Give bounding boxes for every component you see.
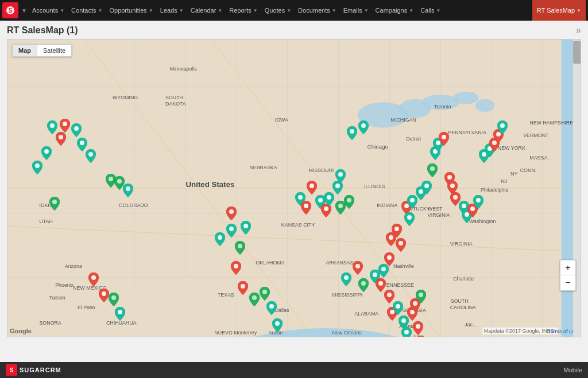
map-zoom-controls: + − <box>560 260 576 291</box>
chevron-right-icon: » <box>576 25 581 36</box>
sugarcrm-logo: S SUGARCRM <box>6 364 61 376</box>
leads-arrow: ▼ <box>179 8 184 13</box>
map-pin[interactable] <box>413 321 423 335</box>
map-pin[interactable] <box>238 281 248 295</box>
svg-text:DAKOTA: DAKOTA <box>165 101 186 107</box>
zoom-in-button[interactable]: + <box>560 260 575 275</box>
map-pin[interactable] <box>439 132 449 146</box>
map-pin[interactable] <box>60 119 70 133</box>
map-pin[interactable] <box>341 272 351 286</box>
map-pin[interactable] <box>427 163 438 177</box>
nav-campaigns[interactable]: Campaigns ▼ <box>372 0 417 21</box>
map-pin[interactable] <box>123 184 133 197</box>
page-title-row: RT SalesMap (1) » <box>7 25 581 36</box>
nav-contacts[interactable]: Contacts ▼ <box>68 0 106 21</box>
nav-calendar[interactable]: Calendar ▼ <box>187 0 226 21</box>
nav-calls[interactable]: Calls ▼ <box>417 0 444 21</box>
map-pin[interactable] <box>272 318 283 332</box>
map-pin[interactable] <box>88 272 99 286</box>
map-pin[interactable] <box>401 327 412 337</box>
map-pin[interactable] <box>115 307 125 321</box>
svg-text:SONORA: SONORA <box>39 320 61 326</box>
svg-text:Chicago: Chicago <box>368 143 389 150</box>
svg-point-131 <box>318 198 323 202</box>
emails-arrow: ▼ <box>364 8 369 13</box>
svg-point-106 <box>74 126 79 131</box>
map-pin[interactable] <box>71 123 82 137</box>
svg-point-139 <box>361 123 366 128</box>
nav-opportunities[interactable]: Opportunities ▼ <box>106 0 156 21</box>
map-pin[interactable] <box>396 238 406 252</box>
map-pin[interactable] <box>347 126 357 140</box>
svg-point-108 <box>88 152 93 157</box>
map-pin[interactable] <box>99 289 109 302</box>
map-pin[interactable] <box>249 293 260 306</box>
svg-point-149 <box>399 241 403 245</box>
svg-point-125 <box>262 290 267 294</box>
zoom-out-button[interactable]: − <box>560 275 575 290</box>
map-pin[interactable] <box>358 278 369 292</box>
map-pin[interactable] <box>226 206 237 220</box>
svg-text:Philadelphia: Philadelphia <box>481 187 508 193</box>
svg-text:KANSAS CITY: KANSAS CITY <box>281 222 315 228</box>
map-pin[interactable] <box>235 241 245 255</box>
svg-point-129 <box>310 184 314 188</box>
map-pin[interactable] <box>231 261 241 275</box>
map-pin[interactable] <box>86 149 96 163</box>
nav-leads[interactable]: Leads ▼ <box>157 0 187 21</box>
svg-text:WEST: WEST <box>428 206 443 212</box>
nav-documents[interactable]: Documents ▼ <box>295 0 340 21</box>
nav-emails[interactable]: Emails ▼ <box>340 0 372 21</box>
map-scrollbar-thumb[interactable] <box>573 41 581 64</box>
svg-text:SINALOA: SINALOA <box>7 336 29 337</box>
map-pin[interactable] <box>497 120 508 134</box>
map-pin[interactable] <box>49 197 60 211</box>
app-menu-caret[interactable]: ▼ <box>20 0 29 21</box>
svg-point-159 <box>447 175 452 180</box>
svg-point-155 <box>430 166 435 171</box>
svg-text:OKLAHOMA: OKLAHOMA <box>256 260 284 266</box>
nav-quotes[interactable]: Quotes ▼ <box>261 0 295 21</box>
map-type-map[interactable]: Map <box>13 45 37 56</box>
map-pin[interactable] <box>307 181 317 194</box>
map-pin[interactable] <box>226 224 237 237</box>
map-pin[interactable] <box>393 301 403 315</box>
svg-point-102 <box>44 149 49 154</box>
svg-point-145 <box>381 267 386 271</box>
bottom-bar: S SUGARCRM Mobile <box>0 362 588 378</box>
map-pin[interactable] <box>335 169 346 183</box>
map-pin[interactable] <box>301 201 311 215</box>
map-pin[interactable] <box>109 293 119 306</box>
nav-reports[interactable]: Reports ▼ <box>226 0 261 21</box>
svg-point-138 <box>350 129 354 134</box>
map-pin[interactable] <box>215 232 225 246</box>
map-pin[interactable] <box>241 221 251 235</box>
svg-point-178 <box>419 293 423 297</box>
svg-point-8 <box>475 99 494 112</box>
map-type-satellite[interactable]: Satellite <box>37 45 71 56</box>
page-title: RT SalesMap (1) <box>7 25 78 36</box>
nav-active-module[interactable]: RT SalesMap ▼ <box>532 0 586 21</box>
map-pin[interactable] <box>404 212 415 226</box>
mobile-button[interactable]: Mobile <box>564 367 582 373</box>
map-pin[interactable] <box>344 195 354 209</box>
reports-arrow: ▼ <box>253 8 258 13</box>
map-pin[interactable] <box>384 252 394 266</box>
app-logo[interactable]: S <box>2 2 18 18</box>
map-pin[interactable] <box>416 290 426 303</box>
map-pin[interactable] <box>41 146 52 160</box>
map-pin[interactable] <box>353 261 363 275</box>
map-pin[interactable] <box>392 224 402 237</box>
svg-point-175 <box>404 330 409 334</box>
map-pin[interactable] <box>32 161 42 174</box>
map-pin[interactable] <box>266 301 277 315</box>
map-pin[interactable] <box>260 287 270 301</box>
map-pin[interactable] <box>56 132 66 146</box>
map-pin[interactable] <box>358 120 369 134</box>
map-scrollbar[interactable] <box>572 40 581 337</box>
map-pin[interactable] <box>416 336 426 337</box>
nav-accounts[interactable]: Accounts ▼ <box>29 0 68 21</box>
map-pin[interactable] <box>473 195 483 209</box>
map-pin[interactable] <box>421 181 432 194</box>
map-background: Chicago Minneapolis SOUTH DAKOTA WYOMING… <box>7 40 581 337</box>
